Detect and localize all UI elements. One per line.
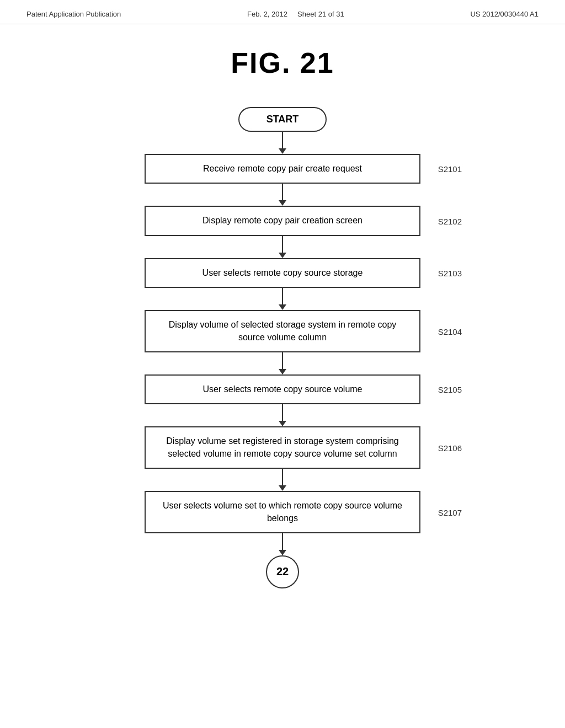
- step-s2105-label-text: S2105: [438, 385, 462, 394]
- start-oval: START: [238, 107, 327, 132]
- step-s2107-label-text: S2107: [438, 507, 462, 517]
- step-row-s2107: User selects volume set to which remote …: [103, 491, 462, 533]
- arrow-s2105-to-s2106: [279, 404, 286, 426]
- header-date-sheet: Feb. 2, 2012 Sheet 21 of 31: [247, 10, 344, 18]
- header-patent-number: US 2012/0030440 A1: [470, 10, 539, 18]
- step-s2105-label: S2105: [438, 385, 462, 394]
- step-s2107-label: S2107: [438, 507, 462, 517]
- step-row-s2101: Receive remote copy pair create request …: [103, 154, 462, 184]
- figure-title: FIG. 21: [0, 46, 565, 79]
- step-s2102-box: Display remote copy pair creation screen: [145, 206, 420, 235]
- step-row-s2104: Display volume of selected storage syste…: [103, 310, 462, 352]
- step-s2103-box: User selects remote copy source storage: [145, 258, 420, 288]
- header-sheet: Sheet 21 of 31: [297, 10, 344, 18]
- flowchart: START Receive remote copy pair create re…: [0, 107, 565, 622]
- step-s2101-box: Receive remote copy pair create request: [145, 154, 420, 184]
- page-header: Patent Application Publication Feb. 2, 2…: [0, 0, 565, 24]
- step-s2106-box: Display volume set registered in storage…: [145, 426, 420, 469]
- step-s2104-label-text: S2104: [438, 326, 462, 336]
- step-s2106-label-text: S2106: [438, 443, 462, 452]
- header-date: Feb. 2, 2012: [247, 10, 287, 18]
- step-s2103-label-text: S2103: [438, 268, 462, 277]
- end-connector-circle: 22: [266, 555, 299, 588]
- step-row-s2102: Display remote copy pair creation screen…: [103, 206, 462, 235]
- step-s2107-box: User selects volume set to which remote …: [145, 491, 420, 533]
- arrow-start-to-s2101: [279, 132, 286, 154]
- step-s2103-label: S2103: [438, 268, 462, 277]
- arrow-s2101-to-s2102: [279, 184, 286, 206]
- step-s2105-box: User selects remote copy source volume: [145, 374, 420, 404]
- step-row-s2106: Display volume set registered in storage…: [103, 426, 462, 469]
- arrow-s2103-to-s2104: [279, 288, 286, 310]
- arrow-s2102-to-s2103: [279, 236, 286, 258]
- step-s2101-label: S2101: [438, 164, 462, 174]
- step-s2104-label: S2104: [438, 326, 462, 336]
- step-s2102-label-text: S2102: [438, 216, 462, 226]
- step-s2106-label: S2106: [438, 443, 462, 452]
- header-publication-label: Patent Application Publication: [26, 10, 121, 18]
- step-row-s2105: User selects remote copy source volume S…: [103, 374, 462, 404]
- step-s2101-label-text: S2101: [438, 164, 462, 174]
- step-s2102-label: S2102: [438, 216, 462, 226]
- step-row-s2103: User selects remote copy source storage …: [103, 258, 462, 288]
- arrow-s2106-to-s2107: [279, 469, 286, 491]
- arrow-s2107-to-end: [279, 533, 286, 555]
- step-s2104-box: Display volume of selected storage syste…: [145, 310, 420, 352]
- arrow-s2104-to-s2105: [279, 352, 286, 374]
